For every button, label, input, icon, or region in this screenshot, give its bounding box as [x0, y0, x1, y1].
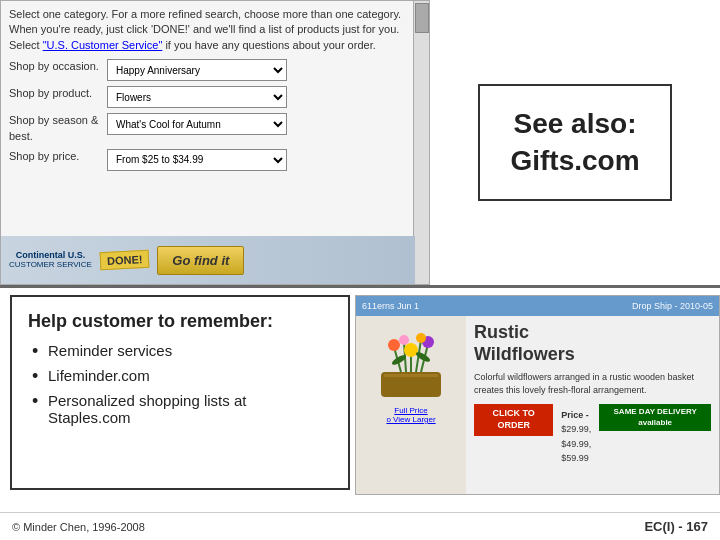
left-panel: Select one category. For a more refined …: [0, 0, 430, 285]
product-content: Full Price o View Larger Rustic Wildflow…: [356, 316, 719, 494]
form-label-2: Shop by season & best.: [9, 113, 99, 144]
continental-logo: Continental U.S. CUSTOMER SERVICE: [9, 251, 92, 270]
right-top-panel: See also: Gifts.com: [430, 0, 720, 285]
svg-rect-1: [384, 374, 438, 377]
help-customer-title: Help customer to remember:: [28, 311, 332, 332]
see-also-title: See also: Gifts.com: [510, 106, 639, 179]
product-select[interactable]: Flowers: [107, 86, 287, 108]
scroll-thumb[interactable]: [415, 3, 429, 33]
product-bar-left: 611erns Jun 1: [362, 301, 626, 311]
svg-point-11: [416, 333, 426, 343]
svg-point-10: [399, 335, 409, 345]
bottom-action-bar: Continental U.S. CUSTOMER SERVICE DONE! …: [1, 236, 415, 284]
list-item: Reminder services: [28, 342, 332, 359]
product-description: Colorful wildflowers arranged in a rusti…: [474, 371, 711, 396]
instructions-text: Select one category. For a more refined …: [9, 7, 409, 53]
price-info: Price - $29.99, $49.99, $59.99: [561, 404, 591, 465]
svg-point-7: [404, 343, 418, 357]
go-find-button[interactable]: Go find it: [157, 246, 244, 275]
see-also-box: See also: Gifts.com: [478, 84, 671, 201]
season-select[interactable]: What's Cool for Autumn: [107, 113, 287, 135]
svg-point-8: [388, 339, 400, 351]
scrollbar[interactable]: [413, 1, 429, 284]
done-badge: DONE!: [99, 250, 149, 271]
list-item: Personalized shopping lists at Staples.c…: [28, 392, 332, 426]
price-select[interactable]: From $25 to $34.99: [107, 149, 287, 171]
footer-bar: © Minder Chen, 1996-2008 EC(I) - 167: [0, 512, 720, 540]
product-info: Rustic Wildflowers Colorful wildflowers …: [466, 316, 719, 494]
product-title: Rustic Wildflowers: [474, 322, 711, 365]
product-image: [366, 322, 456, 402]
list-item: Lifeminder.com: [28, 367, 332, 384]
left-content: Select one category. For a more refined …: [1, 1, 429, 177]
product-image-area: Full Price o View Larger: [356, 316, 466, 494]
form-grid: Shop by occasion. Happy Anniversary Shop…: [9, 59, 409, 171]
occasion-select[interactable]: Happy Anniversary: [107, 59, 287, 81]
form-label-3: Shop by price.: [9, 149, 99, 171]
price-list: $29.99, $49.99, $59.99: [561, 422, 591, 465]
product-panel: 611erns Jun 1 Drop Ship - 2010-05: [355, 295, 720, 495]
customer-service-link[interactable]: "U.S. Customer Service": [43, 39, 163, 51]
horizontal-divider: [0, 285, 720, 288]
same-day-delivery-badge: SAME DAY DELIVERY available: [599, 404, 711, 431]
help-customer-box: Help customer to remember: Reminder serv…: [10, 295, 350, 490]
page-reference: EC(I) - 167: [644, 519, 708, 534]
full-price-link[interactable]: Full Price o View Larger: [386, 406, 435, 424]
product-top-bar: 611erns Jun 1 Drop Ship - 2010-05: [356, 296, 719, 316]
click-order-button[interactable]: CLICK TO ORDER: [474, 404, 553, 435]
bullet-list: Reminder services Lifeminder.com Persona…: [28, 342, 332, 426]
form-label-1: Shop by product.: [9, 86, 99, 108]
copyright-text: © Minder Chen, 1996-2008: [12, 521, 145, 533]
product-bar-right: Drop Ship - 2010-05: [632, 301, 713, 311]
product-price-row: CLICK TO ORDER Price - $29.99, $49.99, $…: [474, 404, 711, 465]
customer-service-text: CUSTOMER SERVICE: [9, 261, 92, 270]
form-label-0: Shop by occasion.: [9, 59, 99, 81]
